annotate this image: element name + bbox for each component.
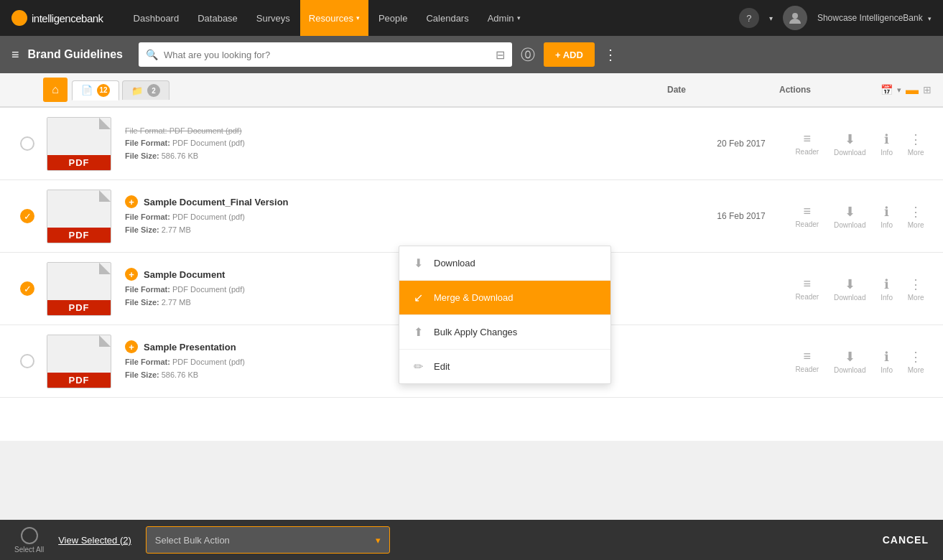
dropdown-download[interactable]: ⬇ Download: [399, 246, 610, 281]
info-label: Info: [881, 149, 893, 157]
nav-right: ? ▾ Showcase IntelligenceBank ▾: [739, 6, 932, 30]
info-icon-2: ℹ: [884, 204, 889, 220]
help-button[interactable]: ?: [739, 8, 759, 28]
file-date-2: 16 Feb 2017: [695, 211, 788, 221]
checkbox-2[interactable]: ✓: [20, 209, 34, 223]
home-icon[interactable]: ⌂: [43, 78, 68, 102]
top-nav: intelligencebank Dashboard Database Surv…: [0, 0, 943, 36]
reader-action-4[interactable]: ≡ Reader: [791, 346, 823, 376]
file-name-4: Sample Presentation: [144, 342, 236, 353]
reader-action-3[interactable]: ≡ Reader: [791, 274, 823, 304]
download-icon-3: ⬇: [845, 276, 855, 292]
checkbox-3[interactable]: ✓: [20, 281, 34, 296]
more-action-3[interactable]: ⋮ More: [903, 274, 929, 304]
download-label-2: Download: [834, 221, 865, 229]
nav-surveys[interactable]: Surveys: [248, 0, 299, 36]
checkbox-area-2: ✓: [11, 209, 43, 223]
file-tab-badge: 12: [97, 84, 110, 97]
table-row: ✓ PDF + Sample Document_Final Version Fi…: [0, 180, 943, 253]
dropdown-bulk-apply[interactable]: ⬆ Bulk Apply Changes: [399, 315, 610, 350]
file-add-button-3[interactable]: +: [125, 268, 138, 281]
folder-tab[interactable]: 📁 2: [122, 80, 169, 100]
user-arrow-icon: ▾: [928, 15, 932, 22]
nav-database[interactable]: Database: [189, 0, 246, 36]
nav-admin[interactable]: Admin ▾: [479, 0, 529, 36]
filter-icon[interactable]: ⊟: [496, 48, 505, 62]
file-name-3: Sample Document: [144, 269, 225, 280]
add-button[interactable]: + ADD: [544, 42, 595, 67]
toolbar-help-icon[interactable]: ⓪: [521, 45, 535, 65]
folder-tab-icon: 📁: [131, 85, 143, 96]
file-add-button-2[interactable]: +: [125, 195, 138, 208]
logo-sun-icon: [11, 10, 27, 26]
dropdown-merge-icon: ↙: [411, 291, 425, 304]
more-dots-icon-2: ⋮: [909, 204, 922, 220]
more-action-2[interactable]: ⋮ More: [903, 201, 929, 232]
reader-icon: ≡: [804, 131, 812, 146]
file-add-button-4[interactable]: +: [125, 340, 138, 353]
file-tab-icon: 📄: [81, 85, 93, 95]
more-label-2: More: [908, 221, 924, 229]
reader-action-2[interactable]: ≡ Reader: [791, 201, 823, 231]
download-label: Download: [834, 149, 865, 157]
reader-label-3: Reader: [795, 293, 819, 301]
file-date-1: 20 Feb 2017: [695, 139, 788, 149]
reader-action-1[interactable]: ≡ Reader: [791, 129, 823, 159]
info-action-1[interactable]: ℹ Info: [876, 129, 897, 159]
svg-point-0: [792, 13, 798, 19]
more-action-4[interactable]: ⋮ More: [903, 346, 929, 377]
reader-icon-2: ≡: [804, 204, 812, 219]
date-header: Date: [630, 85, 723, 95]
info-label-2: Info: [881, 221, 893, 229]
search-input[interactable]: [164, 50, 490, 60]
download-action-4[interactable]: ⬇ Download: [830, 346, 870, 377]
reader-icon-4: ≡: [804, 349, 812, 364]
dropdown-bulk-label: Bulk Apply Changes: [434, 327, 517, 337]
file-name-2: Sample Document_Final Version: [144, 197, 289, 207]
help-arrow-icon: ▾: [769, 14, 773, 22]
file-tab[interactable]: 📄 12: [72, 80, 119, 101]
download-action-1[interactable]: ⬇ Download: [830, 129, 870, 159]
page-title: Brand Guidelines: [28, 48, 123, 61]
toolbar: ≡ Brand Guidelines 🔍 ⊟ ⓪ + ADD ⋮: [0, 36, 943, 73]
nav-resources[interactable]: Resources ▾: [300, 0, 368, 36]
reader-label-2: Reader: [795, 220, 819, 228]
info-action-4[interactable]: ℹ Info: [876, 346, 897, 377]
more-label: More: [908, 149, 924, 157]
list-view-icon[interactable]: ▬: [906, 83, 919, 98]
dropdown-merge-download[interactable]: ↙ Merge & Download: [399, 281, 610, 315]
dropdown-download-label: Download: [434, 258, 475, 269]
file-actions-3: ≡ Reader ⬇ Download ℹ Info ⋮ More: [788, 274, 932, 304]
checkbox-4[interactable]: [20, 354, 34, 368]
download-action-3[interactable]: ⬇ Download: [830, 274, 870, 304]
checkbox-area-3: ✓: [11, 281, 43, 296]
more-dots-icon: ⋮: [909, 131, 922, 147]
checkbox-area-1: [11, 136, 43, 151]
nav-dashboard[interactable]: Dashboard: [125, 0, 188, 36]
more-button[interactable]: ⋮: [603, 46, 618, 63]
logo-text: intelligencebank: [32, 12, 103, 24]
calendar-view-icon[interactable]: 📅: [881, 84, 893, 95]
dropdown-download-icon: ⬇: [411, 256, 425, 270]
user-name[interactable]: Showcase IntelligenceBank ▾: [817, 13, 932, 23]
file-info-1: File Format: PDF Document (pdf) File For…: [125, 122, 695, 166]
nav-people[interactable]: People: [370, 0, 416, 36]
download-label-4: Download: [834, 366, 865, 374]
more-action-1[interactable]: ⋮ More: [903, 129, 929, 159]
dropdown-edit-icon: ✏: [411, 360, 425, 373]
nav-calendars[interactable]: Calendars: [417, 0, 477, 36]
view-arrow-icon[interactable]: ▾: [897, 85, 901, 95]
download-icon-2: ⬇: [845, 204, 855, 220]
admin-arrow-icon: ▾: [517, 14, 521, 22]
download-action-2[interactable]: ⬇ Download: [830, 201, 870, 232]
dropdown-edit[interactable]: ✏ Edit: [399, 350, 610, 383]
reader-label: Reader: [795, 148, 819, 156]
hamburger-button[interactable]: ≡: [11, 47, 19, 62]
more-label-3: More: [908, 294, 924, 302]
checkbox-1[interactable]: [20, 136, 34, 151]
more-dots-icon-4: ⋮: [909, 349, 922, 365]
info-action-3[interactable]: ℹ Info: [876, 274, 897, 304]
search-icon: 🔍: [146, 49, 158, 60]
grid-view-icon[interactable]: ⊞: [923, 84, 932, 95]
info-action-2[interactable]: ℹ Info: [876, 201, 897, 232]
